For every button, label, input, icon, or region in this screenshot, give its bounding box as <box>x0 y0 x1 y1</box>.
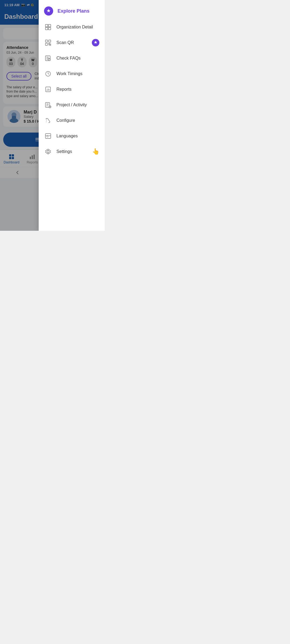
drawer-languages-label: Languages <box>56 134 78 138</box>
explore-plans-icon <box>44 6 53 16</box>
reports-icon <box>44 85 52 93</box>
drawer-explore-plans-label: Explore Plans <box>57 8 89 14</box>
svg-rect-26 <box>48 27 51 30</box>
side-drawer: Explore Plans Organization Detail <box>39 0 105 231</box>
drawer-item-settings[interactable]: Settings 👆 <box>39 144 105 159</box>
drawer-item-organization-detail[interactable]: Organization Detail <box>39 19 105 35</box>
drawer-configure-label: Configure <box>56 118 75 123</box>
drawer-organization-label: Organization Detail <box>56 25 93 30</box>
drawer-work-timings-label: Work Timings <box>56 71 82 76</box>
drawer-item-scan-qr[interactable]: Scan QR <box>39 35 105 50</box>
svg-rect-29 <box>45 43 48 45</box>
drawer-item-explore-plans[interactable]: Explore Plans <box>39 3 105 19</box>
svg-rect-24 <box>48 24 51 27</box>
drawer-item-check-faqs[interactable]: Check FAQs <box>39 50 105 66</box>
drawer-item-reports[interactable]: Reports <box>39 82 105 97</box>
svg-text:G: G <box>46 135 49 138</box>
drawer-scan-qr-label: Scan QR <box>56 40 74 45</box>
drawer-item-project-activity[interactable]: Project / Activity <box>39 97 105 113</box>
svg-line-43 <box>48 74 49 74</box>
configure-icon <box>44 116 52 125</box>
svg-rect-28 <box>49 40 51 42</box>
svg-rect-25 <box>45 27 48 30</box>
drawer-item-configure[interactable]: Configure <box>39 113 105 128</box>
drawer-item-languages[interactable]: G Languages <box>39 128 105 144</box>
drawer-reports-label: Reports <box>56 87 71 92</box>
scan-qr-badge <box>92 39 99 46</box>
svg-rect-27 <box>45 40 48 42</box>
drawer-faqs-label: Check FAQs <box>56 56 81 61</box>
drawer-overlay[interactable] <box>0 0 39 231</box>
svg-point-58 <box>47 151 49 153</box>
svg-point-40 <box>49 59 50 59</box>
settings-icon <box>44 148 52 156</box>
svg-rect-33 <box>49 44 50 45</box>
drawer-project-activity-label: Project / Activity <box>56 103 87 107</box>
drawer-item-work-timings[interactable]: Work Timings <box>39 66 105 82</box>
faqs-icon <box>44 54 52 62</box>
languages-icon: G <box>44 132 52 140</box>
organization-icon <box>44 23 52 31</box>
project-activity-icon <box>44 101 52 109</box>
drawer-settings-label: Settings <box>56 149 72 154</box>
svg-rect-23 <box>45 24 48 27</box>
work-timings-icon <box>44 70 52 78</box>
scan-qr-icon <box>44 39 52 47</box>
cursor-pointer: 👆 <box>92 148 99 155</box>
